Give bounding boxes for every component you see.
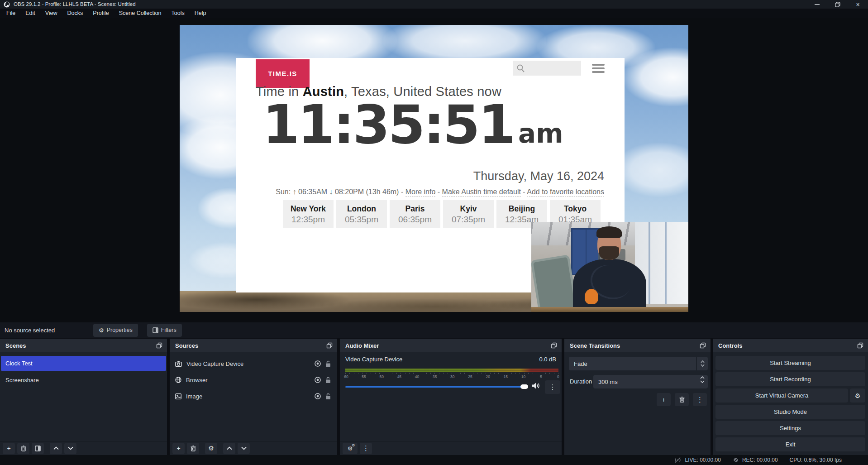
scenes-header: Scenes	[0, 339, 167, 352]
more-info-link[interactable]: More info	[405, 188, 436, 197]
scenes-panel: Scenes Clock Test Screenshare +	[0, 339, 167, 455]
slider-handle[interactable]	[520, 384, 528, 389]
audio-mixer-header: Audio Mixer	[340, 339, 562, 352]
lock-icon[interactable]	[325, 377, 331, 384]
transitions-buttons: + ⋮	[657, 393, 707, 406]
menu-help[interactable]: Help	[190, 9, 211, 18]
stream-inactive-icon	[674, 457, 682, 463]
filter-icon	[35, 446, 41, 451]
obs-logo-icon	[4, 1, 10, 8]
scene-item-clock-test[interactable]: Clock Test	[1, 356, 166, 371]
lock-icon[interactable]	[325, 393, 331, 400]
start-streaming-button[interactable]: Start Streaming	[715, 356, 865, 370]
mixer-channel-menu-button[interactable]: ⋮	[545, 380, 560, 394]
start-recording-button[interactable]: Start Recording	[715, 372, 865, 386]
person-hair	[596, 226, 622, 238]
mixer-level-db: 0.0 dB	[539, 356, 556, 363]
properties-button[interactable]: ⚙ Properties	[93, 324, 138, 337]
select-chevrons	[696, 357, 708, 370]
chevron-down-icon	[700, 380, 705, 383]
remove-transition-button[interactable]	[675, 393, 689, 406]
gear-icon: ⚙	[855, 392, 861, 399]
menu-edit[interactable]: Edit	[20, 9, 40, 18]
popout-icon[interactable]	[326, 342, 333, 349]
lock-icon[interactable]	[325, 360, 331, 367]
trash-icon	[191, 446, 196, 451]
restore-button[interactable]	[827, 0, 848, 9]
search-input[interactable]	[513, 61, 581, 76]
duration-spinner[interactable]: 300 ms	[593, 375, 708, 388]
meter-bar-left	[345, 369, 558, 370]
cloud	[623, 48, 688, 106]
controls-header: Controls	[713, 339, 868, 352]
popout-icon[interactable]	[857, 342, 863, 349]
advanced-audio-button[interactable]: ⚙⚙	[343, 443, 358, 454]
speaker-icon[interactable]	[532, 382, 540, 389]
source-properties-button[interactable]: ⚙	[205, 443, 217, 454]
scene-filters-button[interactable]	[32, 443, 44, 454]
close-button[interactable]: ×	[848, 0, 868, 9]
scene-canvas[interactable]: TIME.IS Time in Austin, Texas, United St…	[180, 25, 688, 312]
menu-file[interactable]: File	[1, 9, 20, 18]
eye-visible-icon[interactable]	[314, 360, 321, 367]
add-scene-button[interactable]: +	[3, 443, 15, 454]
menu-docks[interactable]: Docks	[62, 9, 88, 18]
add-favorite-link[interactable]: Add to favorite locations	[527, 188, 604, 197]
sources-panel: Sources Video Capture Device	[170, 339, 337, 455]
remove-source-button[interactable]	[187, 443, 199, 454]
meter-bar-right	[345, 370, 558, 372]
popout-icon[interactable]	[551, 342, 557, 349]
city-card-newyork[interactable]: New York 12:35pm	[283, 200, 334, 228]
scenes-footer-toolbar: +	[0, 441, 167, 455]
minimize-button[interactable]	[807, 0, 827, 9]
record-inactive-icon	[733, 457, 739, 463]
mixer-menu-button[interactable]: ⋮	[360, 443, 372, 454]
remove-scene-button[interactable]	[17, 443, 29, 454]
eye-visible-icon[interactable]	[314, 376, 321, 384]
transition-selected-value: Fade	[569, 360, 696, 367]
transition-properties-button[interactable]: ⋮	[693, 393, 707, 406]
filters-button[interactable]: Filters	[147, 324, 182, 337]
scene-item-screenshare[interactable]: Screenshare	[1, 373, 166, 388]
spinner-arrows[interactable]	[700, 376, 705, 383]
make-default-link[interactable]: Make Austin time default	[442, 188, 521, 197]
webcam-overlay	[531, 222, 688, 312]
menu-profile[interactable]: Profile	[88, 9, 114, 18]
transitions-title: Scene Transitions	[570, 342, 620, 349]
popout-icon[interactable]	[156, 342, 162, 349]
move-source-down-button[interactable]	[238, 443, 250, 454]
volume-slider[interactable]	[345, 384, 528, 389]
eye-visible-icon[interactable]	[314, 393, 321, 400]
source-row-browser[interactable]: Browser	[170, 373, 337, 387]
source-row-image[interactable]: Image	[170, 389, 337, 403]
city-card-paris[interactable]: Paris 06:35pm	[390, 200, 440, 228]
add-transition-button[interactable]: +	[657, 393, 671, 406]
city-card-kyiv[interactable]: Kyiv 07:35pm	[443, 200, 494, 228]
settings-button[interactable]: Settings	[715, 421, 865, 435]
menu-scene-collection[interactable]: Scene Collection	[114, 9, 167, 18]
popout-icon[interactable]	[700, 342, 706, 349]
move-scene-up-button[interactable]	[50, 443, 62, 454]
start-virtual-camera-button[interactable]: Start Virtual Camera	[715, 388, 848, 403]
hamburger-menu-icon[interactable]	[592, 64, 605, 73]
studio-mode-button[interactable]: Studio Mode	[715, 405, 865, 419]
camera-icon	[175, 361, 182, 367]
trash-icon	[21, 446, 26, 451]
restore-icon	[835, 2, 840, 7]
timeis-logo[interactable]: TIME.IS	[256, 59, 310, 88]
exit-button[interactable]: Exit	[715, 437, 865, 451]
source-toolbar: No source selected ⚙ Properties Filters	[0, 322, 868, 338]
transition-select[interactable]: Fade	[569, 357, 708, 370]
gear-icon: ⚙	[208, 445, 214, 451]
gear-icon: ⚙	[99, 327, 104, 333]
move-source-up-button[interactable]	[223, 443, 235, 454]
source-row-video-capture[interactable]: Video Capture Device	[170, 357, 337, 370]
virtual-camera-settings-button[interactable]: ⚙	[850, 388, 865, 403]
chevron-down-icon	[68, 446, 73, 450]
audio-mixer-panel: Audio Mixer Video Capture Device 0.0 dB …	[340, 339, 562, 455]
menu-tools[interactable]: Tools	[167, 9, 190, 18]
add-source-button[interactable]: +	[172, 443, 185, 454]
move-scene-down-button[interactable]	[64, 443, 76, 454]
city-card-london[interactable]: London 05:35pm	[336, 200, 387, 228]
menu-view[interactable]: View	[40, 9, 62, 18]
